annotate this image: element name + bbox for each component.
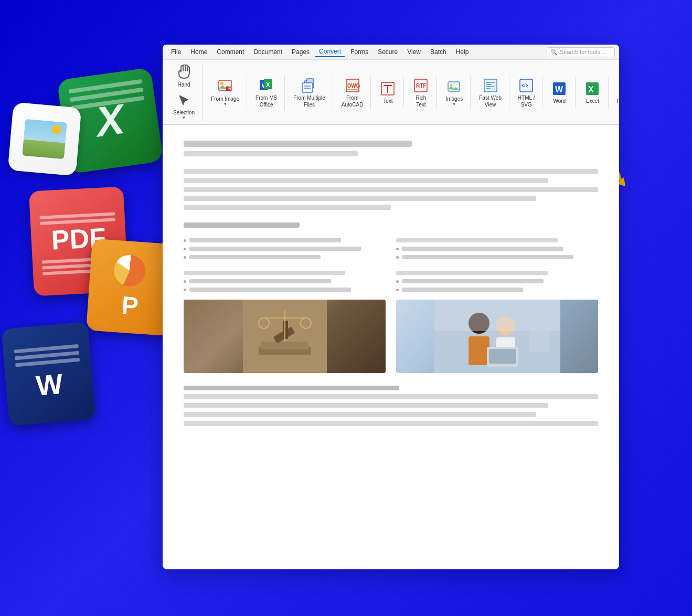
word-ribbon-icon: W bbox=[551, 80, 568, 97]
toolbar: File Home Comment Document Pages Convert… bbox=[163, 45, 619, 125]
selection-button[interactable]: Selection ▼ bbox=[169, 90, 199, 122]
svg-text:</>: </> bbox=[521, 83, 528, 88]
powerpoint-button[interactable]: P PowerPoint bbox=[613, 78, 619, 106]
search-tools-box[interactable]: 🔍 Search for tools ... bbox=[547, 47, 615, 57]
fast-web-group: Fast Web View bbox=[472, 75, 509, 110]
bullet-item bbox=[184, 247, 386, 251]
excel-ribbon-label: Excel bbox=[586, 98, 599, 104]
menu-secure[interactable]: Secure bbox=[374, 47, 402, 57]
doc-title-line2 bbox=[184, 151, 358, 156]
doc-footer-line2 bbox=[184, 403, 548, 408]
svg-point-3 bbox=[220, 82, 223, 85]
word-letter: W bbox=[35, 367, 64, 402]
hand-selection-group: Hand Selection ▼ bbox=[166, 62, 203, 122]
bullet-item bbox=[396, 255, 598, 259]
from-image-group: PDF From Image ▼ bbox=[204, 76, 247, 109]
photo-icon bbox=[8, 102, 82, 176]
doc-col-left bbox=[184, 238, 386, 292]
hand-label: Hand bbox=[178, 82, 190, 88]
excel-ribbon-icon: X bbox=[584, 80, 601, 97]
doc-two-col-section bbox=[184, 238, 598, 292]
bullet-item bbox=[184, 238, 386, 242]
doc-footer-title bbox=[184, 386, 399, 390]
menu-comment[interactable]: Comment bbox=[212, 47, 248, 57]
fast-web-view-button[interactable]: Fast Web View bbox=[475, 75, 506, 110]
rich-text-label2: Text bbox=[416, 102, 425, 108]
doc-col-right-line bbox=[396, 271, 548, 275]
bullet-item bbox=[184, 288, 386, 292]
html-svg-group: </> HTML / SVG bbox=[510, 75, 542, 110]
word-button[interactable]: W Word bbox=[547, 78, 572, 106]
html-svg-label2: SVG bbox=[520, 102, 531, 108]
from-multiple-files-button[interactable]: From Multiple Files bbox=[289, 75, 329, 110]
selection-icon bbox=[176, 92, 193, 109]
doc-body-line3 bbox=[184, 187, 598, 192]
excel-button[interactable]: X Excel bbox=[580, 78, 605, 106]
text-group: Text bbox=[372, 77, 404, 108]
from-multiple-group: From Multiple Files bbox=[286, 75, 333, 110]
doc-col-right-title bbox=[396, 238, 558, 242]
menu-view[interactable]: View bbox=[403, 47, 425, 57]
from-autocad-label1: From bbox=[346, 95, 358, 101]
ppt-letter: P bbox=[121, 290, 140, 320]
doc-col-right bbox=[396, 238, 598, 292]
bullet-item bbox=[396, 279, 598, 283]
from-autocad-label2: AutoCAD bbox=[342, 102, 364, 108]
doc-image-law bbox=[184, 300, 386, 373]
svg-text:W: W bbox=[555, 85, 563, 94]
menu-document[interactable]: Document bbox=[249, 47, 286, 57]
doc-body-line2 bbox=[184, 178, 548, 183]
svg-text:PDF: PDF bbox=[228, 87, 232, 91]
selection-dropdown: ▼ bbox=[182, 115, 186, 120]
images-label: Images bbox=[445, 96, 463, 102]
fast-web-label2: View bbox=[485, 102, 496, 108]
menu-convert[interactable]: Convert bbox=[315, 47, 345, 57]
from-ms-office-icon: W X bbox=[258, 77, 275, 94]
document-content bbox=[163, 125, 619, 442]
from-multiple-label2: Files bbox=[304, 102, 315, 108]
bullet-item bbox=[396, 288, 598, 292]
images-icon bbox=[446, 78, 463, 95]
document-panel: File Home Comment Document Pages Convert… bbox=[163, 45, 619, 569]
svg-text:RTF: RTF bbox=[416, 83, 426, 89]
menu-pages[interactable]: Pages bbox=[288, 47, 314, 57]
search-placeholder-text: Search for tools ... bbox=[560, 49, 606, 55]
images-group: Images ▼ bbox=[438, 76, 471, 109]
hand-button[interactable]: Hand bbox=[172, 62, 197, 90]
images-button[interactable]: Images ▼ bbox=[441, 76, 467, 109]
rich-text-group: RTF Rich Text bbox=[405, 75, 437, 110]
menu-batch[interactable]: Batch bbox=[426, 47, 451, 57]
from-image-dropdown: ▼ bbox=[223, 102, 227, 107]
menu-file[interactable]: File bbox=[167, 47, 185, 57]
word-ribbon-label: Word bbox=[553, 98, 566, 104]
menu-bar: File Home Comment Document Pages Convert… bbox=[163, 45, 619, 60]
from-multiple-files-icon bbox=[301, 77, 317, 94]
doc-body-line5 bbox=[184, 205, 391, 210]
menu-forms[interactable]: Forms bbox=[346, 47, 372, 57]
rich-text-button[interactable]: RTF Rich Text bbox=[408, 75, 433, 110]
fast-web-label1: Fast Web bbox=[479, 95, 502, 101]
from-autocad-button[interactable]: DWG From AutoCAD bbox=[337, 75, 368, 110]
from-image-label: From Image bbox=[211, 96, 239, 102]
from-ms-office-button[interactable]: W X From MS Office bbox=[251, 75, 281, 110]
menu-home[interactable]: Home bbox=[186, 47, 211, 57]
hand-icon bbox=[176, 64, 193, 81]
ribbon: Hand Selection ▼ bbox=[163, 60, 619, 124]
doc-footer-line4 bbox=[184, 421, 598, 426]
doc-title-line1 bbox=[184, 141, 412, 147]
text-icon bbox=[379, 80, 396, 97]
rich-text-icon: RTF bbox=[412, 77, 429, 94]
svg-rect-53 bbox=[243, 300, 327, 373]
from-autocad-icon: DWG bbox=[344, 77, 361, 94]
doc-body-line1 bbox=[184, 169, 598, 174]
word-icon: W bbox=[1, 322, 95, 426]
from-office-group: W X From MS Office bbox=[248, 75, 285, 110]
text-button[interactable]: Text bbox=[375, 78, 400, 106]
html-svg-button[interactable]: </> HTML / SVG bbox=[514, 75, 539, 110]
svg-rect-63 bbox=[529, 310, 550, 352]
svg-text:X: X bbox=[266, 81, 270, 88]
from-image-button[interactable]: PDF From Image ▼ bbox=[207, 76, 243, 109]
menu-help[interactable]: Help bbox=[452, 47, 473, 57]
text-label: Text bbox=[383, 98, 392, 104]
svg-point-24 bbox=[450, 83, 452, 86]
